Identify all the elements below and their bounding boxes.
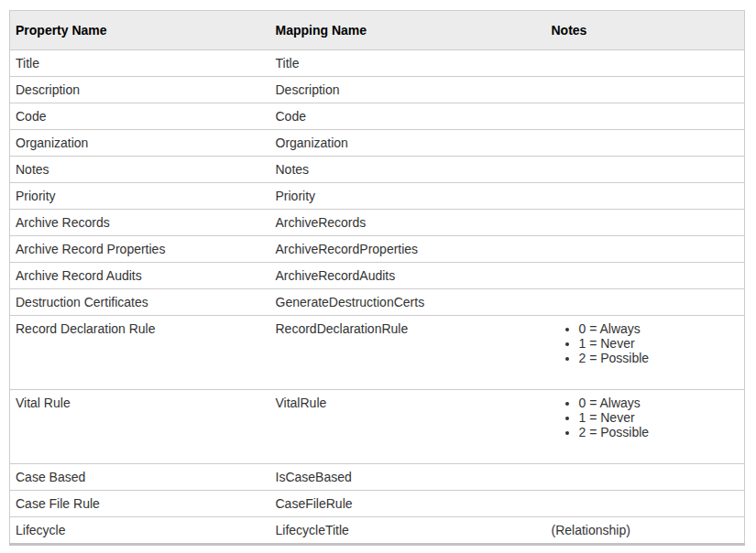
note-item: 1 = Never (579, 410, 740, 425)
table-row: Archive Record Audits ArchiveRecordAudit… (10, 263, 745, 289)
mapping-cell: Title (270, 50, 546, 77)
table-row: Priority Priority (10, 183, 745, 210)
mapping-cell: RecordDeclarationRule (270, 316, 546, 390)
notes-cell (546, 50, 745, 77)
mapping-cell: LifecycleTitle (270, 517, 546, 545)
property-cell: Record Declaration Rule (10, 316, 270, 390)
table-row: Case File Rule CaseFileRule (10, 491, 745, 517)
table-row: Organization Organization (10, 130, 745, 157)
column-header-property-name: Property Name (10, 11, 270, 50)
note-item: 0 = Always (579, 396, 740, 410)
property-cell: Priority (10, 183, 270, 210)
notes-cell (546, 236, 745, 263)
mapping-cell: Notes (270, 157, 546, 183)
property-cell: Lifecycle (10, 517, 270, 545)
property-cell: Case File Rule (10, 491, 270, 517)
table-row: Archive Record Properties ArchiveRecordP… (10, 236, 745, 263)
property-cell: Vital Rule (10, 390, 270, 464)
table-row: Vital Rule VitalRule 0 = Always 1 = Neve… (10, 390, 745, 464)
notes-cell (546, 210, 745, 236)
table-row: Title Title (10, 50, 745, 77)
mapping-cell: ArchiveRecordProperties (270, 236, 546, 263)
column-header-notes: Notes (546, 11, 745, 50)
table-row: Case Based IsCaseBased (10, 464, 745, 491)
property-cell: Case Based (10, 464, 270, 491)
notes-cell (546, 464, 745, 491)
property-mapping-table: Property Name Mapping Name Notes Title T… (9, 10, 745, 546)
table-row: Record Declaration Rule RecordDeclaratio… (10, 316, 745, 390)
column-header-mapping-name: Mapping Name (270, 11, 546, 50)
notes-list: 0 = Always 1 = Never 2 = Possible (552, 396, 740, 439)
notes-cell (546, 289, 745, 316)
mapping-cell: Organization (270, 130, 546, 157)
property-cell: Description (10, 77, 270, 103)
property-cell: Archive Record Audits (10, 263, 270, 289)
notes-cell (546, 77, 745, 103)
mapping-cell: ArchiveRecordAudits (270, 263, 546, 289)
mapping-cell: GenerateDestructionCerts (270, 289, 546, 316)
note-item: 1 = Never (579, 336, 740, 351)
notes-cell (546, 157, 745, 183)
mapping-cell: Priority (270, 183, 546, 210)
notes-cell (546, 130, 745, 157)
table-row: Description Description (10, 77, 745, 103)
notes-cell (546, 103, 745, 130)
table-row: Notes Notes (10, 157, 745, 183)
property-cell: Destruction Certificates (10, 289, 270, 316)
notes-list: 0 = Always 1 = Never 2 = Possible (552, 321, 740, 365)
mapping-cell: Description (270, 77, 546, 103)
notes-cell: 0 = Always 1 = Never 2 = Possible (546, 390, 745, 464)
note-item: 2 = Possible (579, 351, 740, 365)
table-row: Lifecycle LifecycleTitle (Relationship) (10, 517, 745, 545)
table-row: Code Code (10, 103, 745, 130)
mapping-cell: ArchiveRecords (270, 210, 546, 236)
mapping-cell: Code (270, 103, 546, 130)
table-row: Destruction Certificates GenerateDestruc… (10, 289, 745, 316)
notes-cell (546, 491, 745, 517)
mapping-cell: VitalRule (270, 390, 546, 464)
note-item: 0 = Always (579, 321, 740, 336)
property-cell: Organization (10, 130, 270, 157)
notes-cell: (Relationship) (546, 517, 745, 545)
notes-cell (546, 263, 745, 289)
property-cell: Notes (10, 157, 270, 183)
notes-cell: 0 = Always 1 = Never 2 = Possible (546, 316, 745, 390)
mapping-cell: IsCaseBased (270, 464, 546, 491)
header-row: Property Name Mapping Name Notes (10, 11, 745, 50)
mapping-cell: CaseFileRule (270, 491, 546, 517)
property-cell: Archive Record Properties (10, 236, 270, 263)
property-cell: Archive Records (10, 210, 270, 236)
page: Property Name Mapping Name Notes Title T… (0, 0, 756, 553)
property-cell: Title (10, 50, 270, 77)
note-item: 2 = Possible (579, 425, 740, 439)
property-cell: Code (10, 103, 270, 130)
notes-cell (546, 183, 745, 210)
table-row: Archive Records ArchiveRecords (10, 210, 745, 236)
